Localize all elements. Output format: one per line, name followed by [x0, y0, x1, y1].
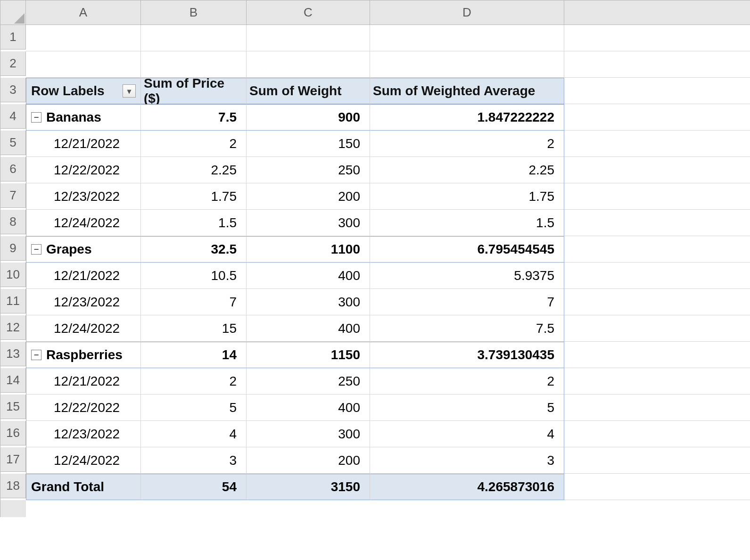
cell-E13[interactable]: [564, 342, 750, 368]
detail-weighted[interactable]: 1.5: [370, 210, 564, 236]
detail-weight[interactable]: 300: [247, 289, 370, 315]
detail-weighted[interactable]: 5.9375: [370, 263, 564, 289]
group-weight[interactable]: 900: [247, 104, 370, 131]
cell-E14[interactable]: [564, 368, 750, 395]
detail-label[interactable]: 12/22/2022: [26, 395, 141, 421]
cell-D19[interactable]: [370, 500, 564, 514]
cell-C19[interactable]: [247, 500, 370, 514]
detail-weight[interactable]: 300: [247, 210, 370, 236]
row-header-12[interactable]: 12: [0, 315, 26, 340]
row-header-2[interactable]: 2: [0, 51, 26, 76]
cell-E12[interactable]: [564, 315, 750, 342]
cell-B19[interactable]: [141, 500, 247, 514]
detail-price[interactable]: 2: [141, 368, 247, 395]
cell-A1[interactable]: [26, 25, 141, 51]
pivot-header-row-labels[interactable]: Row Labels ▾: [26, 78, 141, 104]
cell-E1[interactable]: [564, 25, 750, 51]
cell-E9[interactable]: [564, 236, 750, 263]
detail-label[interactable]: 12/21/2022: [26, 131, 141, 157]
group-weight[interactable]: 1100: [247, 236, 370, 263]
cell-E6[interactable]: [564, 157, 750, 183]
row-header-16[interactable]: 16: [0, 421, 26, 445]
cell-D2[interactable]: [370, 51, 564, 78]
row-header-13[interactable]: 13: [0, 342, 26, 366]
row-header-15[interactable]: 15: [0, 395, 26, 419]
detail-weight[interactable]: 300: [247, 421, 370, 447]
cell-E5[interactable]: [564, 131, 750, 157]
detail-price[interactable]: 10.5: [141, 263, 247, 289]
detail-weighted[interactable]: 3: [370, 447, 564, 474]
detail-price[interactable]: 15: [141, 315, 247, 342]
detail-weighted[interactable]: 7: [370, 289, 564, 315]
detail-weighted[interactable]: 2: [370, 368, 564, 395]
grand-total-label[interactable]: Grand Total: [26, 474, 141, 500]
group-price[interactable]: 32.5: [141, 236, 247, 263]
group-weighted[interactable]: 3.739130435: [370, 342, 564, 368]
group-weighted[interactable]: 6.795454545: [370, 236, 564, 263]
cell-E2[interactable]: [564, 51, 750, 78]
cell-B1[interactable]: [141, 25, 247, 51]
cell-E8[interactable]: [564, 210, 750, 236]
detail-label[interactable]: 12/23/2022: [26, 421, 141, 447]
grand-total-weight[interactable]: 3150: [247, 474, 370, 500]
cell-E17[interactable]: [564, 447, 750, 474]
cell-E10[interactable]: [564, 263, 750, 289]
detail-weight[interactable]: 400: [247, 263, 370, 289]
cell-E3[interactable]: [564, 78, 750, 104]
group-price[interactable]: 7.5: [141, 104, 247, 131]
cell-D1[interactable]: [370, 25, 564, 51]
detail-label[interactable]: 12/21/2022: [26, 368, 141, 395]
row-header-3[interactable]: 3: [0, 78, 26, 102]
detail-label[interactable]: 12/23/2022: [26, 289, 141, 315]
column-header-A[interactable]: A: [26, 0, 141, 25]
group-header-bananas[interactable]: − Bananas: [26, 104, 141, 131]
collapse-button[interactable]: −: [31, 112, 41, 123]
cell-C1[interactable]: [247, 25, 370, 51]
detail-weighted[interactable]: 7.5: [370, 315, 564, 342]
row-header-6[interactable]: 6: [0, 157, 26, 181]
cell-E4[interactable]: [564, 104, 750, 131]
detail-weight[interactable]: 150: [247, 131, 370, 157]
row-header-11[interactable]: 11: [0, 289, 26, 313]
cell-C2[interactable]: [247, 51, 370, 78]
select-all-corner[interactable]: [0, 0, 26, 25]
group-header-raspberries[interactable]: − Raspberries: [26, 342, 141, 368]
detail-weighted[interactable]: 4: [370, 421, 564, 447]
cell-E7[interactable]: [564, 183, 750, 210]
detail-label[interactable]: 12/24/2022: [26, 447, 141, 474]
group-weighted[interactable]: 1.847222222: [370, 104, 564, 131]
detail-price[interactable]: 3: [141, 447, 247, 474]
collapse-button[interactable]: −: [31, 244, 41, 255]
detail-weight[interactable]: 400: [247, 395, 370, 421]
cell-E11[interactable]: [564, 289, 750, 315]
detail-weight[interactable]: 250: [247, 157, 370, 183]
detail-weight[interactable]: 200: [247, 447, 370, 474]
pivot-header-weight[interactable]: Sum of Weight: [247, 78, 370, 104]
detail-weighted[interactable]: 2.25: [370, 157, 564, 183]
row-header-7[interactable]: 7: [0, 183, 26, 208]
cell-E18[interactable]: [564, 474, 750, 500]
detail-weight[interactable]: 400: [247, 315, 370, 342]
detail-price[interactable]: 2: [141, 131, 247, 157]
pivot-header-price[interactable]: Sum of Price ($): [141, 78, 247, 104]
cell-E15[interactable]: [564, 395, 750, 421]
row-header-18[interactable]: 18: [0, 474, 26, 498]
detail-weight[interactable]: 250: [247, 368, 370, 395]
cell-A19[interactable]: [26, 500, 141, 514]
row-header-5[interactable]: 5: [0, 131, 26, 155]
group-price[interactable]: 14: [141, 342, 247, 368]
detail-price[interactable]: 7: [141, 289, 247, 315]
detail-price[interactable]: 1.5: [141, 210, 247, 236]
group-weight[interactable]: 1150: [247, 342, 370, 368]
row-header-19[interactable]: [0, 500, 26, 517]
row-header-8[interactable]: 8: [0, 210, 26, 234]
cell-E16[interactable]: [564, 421, 750, 447]
cell-A2[interactable]: [26, 51, 141, 78]
detail-weighted[interactable]: 2: [370, 131, 564, 157]
detail-label[interactable]: 12/24/2022: [26, 315, 141, 342]
detail-price[interactable]: 4: [141, 421, 247, 447]
row-header-17[interactable]: 17: [0, 447, 26, 472]
column-header-C[interactable]: C: [247, 0, 370, 25]
column-header-B[interactable]: B: [141, 0, 247, 25]
detail-weighted[interactable]: 1.75: [370, 183, 564, 210]
